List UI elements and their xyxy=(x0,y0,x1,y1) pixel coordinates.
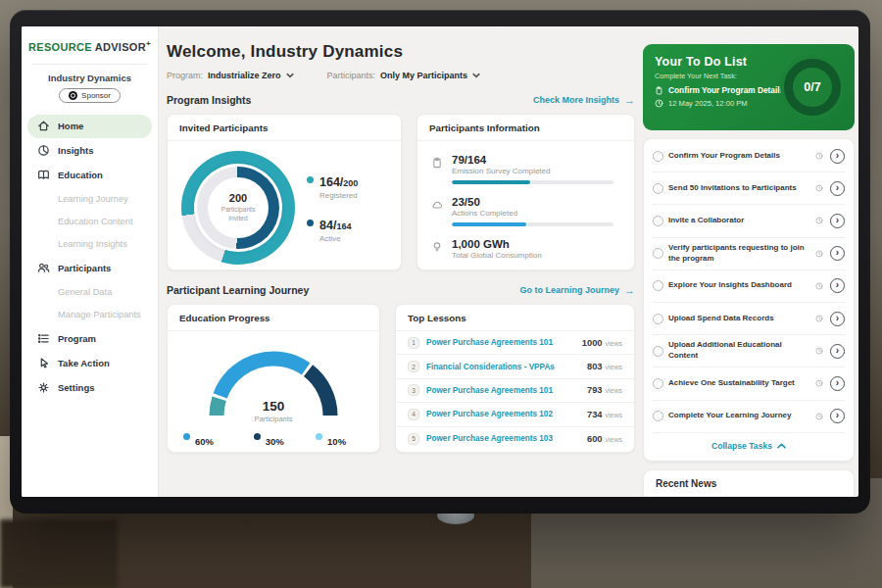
lesson-views: 803 xyxy=(587,362,603,371)
card-title: Top Lessons xyxy=(396,305,634,331)
registered-value: 164/ xyxy=(319,175,343,189)
education-legend: 60%Completed 30%Pending 10%Not Started xyxy=(177,423,369,453)
task-open-button[interactable] xyxy=(830,149,845,164)
sidebar-item-program[interactable]: Program xyxy=(27,327,152,351)
list-icon xyxy=(37,332,50,345)
lesson-views: 734 xyxy=(587,410,603,419)
sidebar-item-general-data[interactable]: General Data xyxy=(22,281,158,304)
task-row-7[interactable]: Upload Additional Educational Content xyxy=(653,335,845,368)
sidebar-item-label: Education xyxy=(58,170,103,180)
task-row-1[interactable]: Confirm Your Program Details xyxy=(653,140,845,172)
clock-icon xyxy=(815,315,823,322)
book-icon xyxy=(37,169,50,181)
task-open-button[interactable] xyxy=(830,312,845,326)
participants-information-card: Participants Information 79/164 Emission… xyxy=(416,114,635,270)
program-filter-label: Program: xyxy=(167,71,203,80)
lesson-link[interactable]: Power Purchase Agreements 103 xyxy=(426,434,580,443)
lesson-link[interactable]: Power Purchase Agreements 101 xyxy=(426,338,575,347)
clock-icon xyxy=(815,413,823,420)
sidebar-item-take-action[interactable]: Take Action xyxy=(27,352,152,375)
collapse-tasks-link[interactable]: Collapse Tasks xyxy=(653,433,845,460)
task-checkbox[interactable] xyxy=(653,346,663,357)
task-label: Invite a Collaborator xyxy=(668,216,810,226)
chevron-down-icon xyxy=(472,72,480,79)
task-open-button[interactable] xyxy=(830,409,845,423)
task-checkbox[interactable] xyxy=(653,183,663,194)
lightbulb-icon xyxy=(431,241,443,253)
todo-progress-ring: 0/7 xyxy=(780,55,845,120)
clock-icon xyxy=(815,184,823,192)
go-to-learning-journey-link[interactable]: Go to Learning Journey → xyxy=(519,284,635,296)
lesson-link[interactable]: Financial Considerations - VPPAs xyxy=(426,363,580,371)
task-open-button[interactable] xyxy=(830,376,845,391)
active-total: 164 xyxy=(336,221,351,231)
chevron-down-icon xyxy=(286,72,294,79)
sidebar-item-education[interactable]: Education xyxy=(27,164,152,187)
task-row-8[interactable]: Achieve One Sustainability Target xyxy=(653,368,845,400)
legend-dot-navy xyxy=(307,220,314,226)
sidebar-item-insights[interactable]: Insights xyxy=(27,139,152,163)
sidebar-item-settings[interactable]: Settings xyxy=(27,376,152,400)
sidebar-item-learning-insights[interactable]: Learning Insights xyxy=(22,233,158,256)
task-open-button[interactable] xyxy=(830,246,845,261)
program-filter[interactable]: Program: Industrialize Zero xyxy=(167,71,294,80)
sidebar-item-learning-journey[interactable]: Learning Journey xyxy=(22,188,158,211)
stat-actions: 23/50 Actions Completed xyxy=(431,191,620,233)
task-checkbox[interactable] xyxy=(653,216,663,226)
divider xyxy=(31,64,148,65)
lesson-link[interactable]: Power Purchase Agreements 101 xyxy=(426,386,580,395)
sidebar-item-home[interactable]: Home xyxy=(27,115,152,138)
legend-registered: 164/200 Registered xyxy=(307,172,358,200)
task-row-6[interactable]: Upload Spend Data Records xyxy=(653,303,845,335)
task-open-button[interactable] xyxy=(830,214,845,228)
task-checkbox[interactable] xyxy=(653,411,663,421)
gear-icon xyxy=(37,381,50,394)
task-checkbox[interactable] xyxy=(653,151,663,162)
sidebar-subitem-label: Manage Participants xyxy=(58,310,141,319)
sidebar: RESOURCE ADVISOR+ Industry Dynamics Spon… xyxy=(22,26,159,497)
participants-filter[interactable]: Participants: Only My Participants xyxy=(327,71,481,80)
clock-icon xyxy=(655,99,663,108)
todo-task-list: Confirm Your Program Details Send 50 Inv… xyxy=(643,138,855,462)
lesson-link[interactable]: Power Purchase Agreements 102 xyxy=(426,410,580,418)
task-label: Upload Spend Data Records xyxy=(668,314,810,324)
clock-icon xyxy=(815,282,823,290)
cloud-icon xyxy=(431,199,443,211)
background-shadow xyxy=(0,519,118,588)
participants-filter-label: Participants: xyxy=(327,71,376,80)
clipboard-icon xyxy=(431,157,443,169)
organization-name: Industry Dynamics xyxy=(22,73,158,83)
task-row-2[interactable]: Send 50 Invitations to Participants xyxy=(653,172,845,205)
task-checkbox[interactable] xyxy=(653,314,663,324)
home-icon xyxy=(37,120,50,132)
lesson-row: 4 Power Purchase Agreements 102 734views xyxy=(396,403,634,426)
pointer-icon xyxy=(37,357,50,369)
legend-dot-teal xyxy=(307,176,314,183)
donut-center-label: 200 ParticipantsInvited xyxy=(181,151,295,265)
task-row-9[interactable]: Complete Your Learning Journey xyxy=(653,401,845,433)
task-checkbox[interactable] xyxy=(653,378,663,389)
active-value: 84/ xyxy=(319,219,336,232)
sidebar-subitem-label: General Data xyxy=(58,287,112,297)
task-open-button[interactable] xyxy=(830,181,845,196)
invited-donut-chart: 200 ParticipantsInvited xyxy=(181,151,295,265)
lesson-views: 600 xyxy=(587,434,603,444)
progress-ring: 0/7 xyxy=(784,59,841,116)
task-checkbox[interactable] xyxy=(653,280,663,291)
task-checkbox[interactable] xyxy=(653,248,663,259)
check-more-insights-link[interactable]: Check More Insights → xyxy=(533,94,635,106)
registered-label: Registered xyxy=(319,191,358,200)
sidebar-item-manage-participants[interactable]: Manage Participants xyxy=(22,304,158,326)
task-row-4[interactable]: Verify participants requesting to join t… xyxy=(653,238,845,270)
stat-value: 79/164 xyxy=(452,154,620,166)
sidebar-item-participants[interactable]: Participants xyxy=(27,257,152,280)
task-open-button[interactable] xyxy=(830,278,845,293)
dashboard-screen: RESOURCE ADVISOR+ Industry Dynamics Spon… xyxy=(22,26,858,497)
lesson-rank: 2 xyxy=(408,361,419,372)
arrow-right-icon: → xyxy=(624,94,635,106)
task-row-3[interactable]: Invite a Collaborator xyxy=(653,205,845,237)
task-open-button[interactable] xyxy=(830,344,845,359)
legend-active: 84/164 Active xyxy=(307,216,358,243)
task-row-5[interactable]: Explore Your Insights Dashboard xyxy=(653,270,845,303)
sidebar-item-education-content[interactable]: Education Content xyxy=(22,211,158,233)
